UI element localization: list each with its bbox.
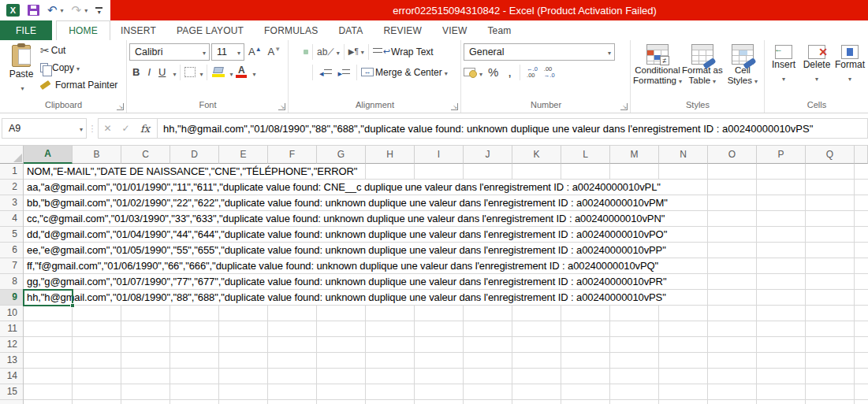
conditional-formatting-button[interactable]: ≠ ConditionalFormatting xyxy=(633,43,682,99)
fill-color-dropdown-icon[interactable] xyxy=(227,65,233,80)
font-name-combo[interactable]: Calibri xyxy=(129,43,210,61)
underline-dropdown-icon[interactable] xyxy=(170,65,176,80)
borders-icon[interactable] xyxy=(184,67,196,77)
text-direction-icon[interactable]: ▶¶ xyxy=(348,47,364,56)
insert-button[interactable]: ← Insert xyxy=(767,43,800,99)
column-header-p[interactable]: P xyxy=(757,146,806,164)
row-header-6[interactable]: 6 xyxy=(0,243,23,258)
cell-grid[interactable]: NOM,"E-MAIL","DATE DE NAISSANCE","CNE","… xyxy=(24,164,868,404)
format-painter-button[interactable]: Format Painter xyxy=(40,77,117,92)
top-align-icon[interactable] xyxy=(291,50,296,54)
paste-dropdown-icon[interactable] xyxy=(18,80,24,94)
borders-dropdown-icon[interactable] xyxy=(197,65,203,80)
tab-review[interactable]: REVIEW xyxy=(373,20,432,40)
wrap-text-button[interactable]: ↩ Wrap Text xyxy=(373,46,434,57)
copy-button[interactable]: Copy xyxy=(40,60,117,75)
column-header-l[interactable]: L xyxy=(561,146,610,164)
cell-row-8[interactable]: gg,"g@gmail.com","01/07/1990","77","677"… xyxy=(24,274,670,289)
font-color-icon[interactable]: A xyxy=(234,66,248,78)
paste-button[interactable]: Paste xyxy=(2,43,40,99)
increase-decimal-button[interactable]: ←.0.00 xyxy=(524,66,540,79)
tab-team[interactable]: Team xyxy=(477,20,521,40)
row-header-7[interactable]: 7 xyxy=(0,258,23,274)
number-dialog-launcher-icon[interactable] xyxy=(620,103,628,110)
number-format-combo[interactable]: General xyxy=(464,43,615,61)
cut-button[interactable]: ✂ Cut xyxy=(40,43,117,57)
cell-row-7[interactable]: ff,"f@gmail.com","01/06/1990","66","666"… xyxy=(24,258,662,273)
font-color-dropdown-icon[interactable] xyxy=(250,65,255,80)
column-header-c[interactable]: C xyxy=(121,146,170,164)
tab-page-layout[interactable]: PAGE LAYOUT xyxy=(166,20,254,40)
font-dialog-launcher-icon[interactable] xyxy=(278,103,285,110)
row-header-15[interactable]: 15 xyxy=(0,384,23,400)
customize-qat-icon[interactable]: ▾ xyxy=(95,7,102,14)
number-format-dropdown-icon[interactable] xyxy=(605,46,611,57)
row-header-1[interactable]: 1 xyxy=(0,164,23,180)
italic-button[interactable]: I xyxy=(144,66,154,78)
excel-logo-icon[interactable]: X xyxy=(6,4,20,17)
row-header-9[interactable]: 9 xyxy=(0,290,23,306)
bold-button[interactable]: B xyxy=(129,66,143,78)
name-box-dropdown-icon[interactable] xyxy=(77,123,83,134)
column-header-n[interactable]: N xyxy=(659,146,708,164)
row-header-13[interactable]: 13 xyxy=(0,353,23,369)
increase-indent-icon[interactable]: ▸ xyxy=(336,63,353,82)
formula-bar-grip-icon[interactable]: ⋮ xyxy=(87,118,98,139)
row-header-2[interactable]: 2 xyxy=(0,180,23,195)
column-header-b[interactable]: B xyxy=(73,146,121,164)
column-header-d[interactable]: D xyxy=(170,146,219,164)
row-header-11[interactable]: 11 xyxy=(0,321,23,337)
delete-button[interactable]: ✕ Delete xyxy=(800,43,833,99)
column-header-k[interactable]: K xyxy=(512,146,561,164)
column-header-f[interactable]: F xyxy=(268,146,317,164)
undo-icon[interactable]: ↶ xyxy=(47,5,58,16)
cell-row-6[interactable]: ee,"e@gmail.com","01/05/1990","55","655"… xyxy=(24,243,670,258)
enter-icon[interactable]: ✓ xyxy=(117,123,135,134)
row-header-5[interactable]: 5 xyxy=(0,227,23,243)
accounting-format-icon[interactable] xyxy=(464,68,475,76)
tab-file[interactable]: FILE xyxy=(0,20,52,40)
tab-data[interactable]: DATA xyxy=(328,20,373,40)
formula-input[interactable]: hh,"h@gmail.com","01/08/1990","88","688"… xyxy=(158,123,867,135)
cell-row-2[interactable]: aa,"a@gmail.com","01/01/1990","11","611"… xyxy=(24,180,665,195)
increase-font-icon[interactable]: A▲ xyxy=(246,46,264,57)
column-header-h[interactable]: H xyxy=(366,146,415,164)
column-header-a[interactable]: A xyxy=(24,146,73,164)
redo-icon[interactable]: ↷ xyxy=(72,5,82,16)
column-header-o[interactable]: O xyxy=(708,146,757,164)
column-header-j[interactable]: J xyxy=(464,146,512,164)
merge-center-button[interactable]: Merge & Center xyxy=(375,67,448,78)
redo-dropdown-icon[interactable]: ▾ xyxy=(84,7,88,14)
column-header-m[interactable]: M xyxy=(610,146,659,164)
align-left-icon[interactable] xyxy=(291,70,296,75)
column-header-e[interactable]: E xyxy=(219,146,268,164)
cell-row-5[interactable]: dd,"d@gmail.com","01/04/1990","44","644"… xyxy=(24,227,671,242)
column-header-q[interactable]: Q xyxy=(806,146,855,164)
cell-row-1[interactable]: NOM,"E-MAIL","DATE DE NAISSANCE","CNE","… xyxy=(24,164,361,179)
row-header-8[interactable]: 8 xyxy=(0,274,23,290)
font-name-dropdown-icon[interactable] xyxy=(200,46,206,57)
row-header-14[interactable]: 14 xyxy=(0,369,23,384)
orientation-icon[interactable]: ab⟋ xyxy=(317,46,340,57)
cancel-icon[interactable]: ✕ xyxy=(99,123,117,134)
row-header-10[interactable]: 10 xyxy=(0,306,23,321)
tab-home[interactable]: HOME xyxy=(56,20,110,40)
column-header-i[interactable]: I xyxy=(415,146,464,164)
tab-insert[interactable]: INSERT xyxy=(110,20,166,40)
row-header-4[interactable]: 4 xyxy=(0,211,23,227)
clipboard-dialog-launcher-icon[interactable] xyxy=(117,103,124,110)
alignment-dialog-launcher-icon[interactable] xyxy=(451,103,458,110)
save-icon[interactable] xyxy=(28,5,39,16)
format-as-table-button[interactable]: Format asTable xyxy=(682,43,723,99)
accounting-dropdown-icon[interactable] xyxy=(477,65,482,80)
underline-button[interactable]: U xyxy=(155,66,169,78)
row-header-3[interactable]: 3 xyxy=(0,195,23,211)
comma-style-button[interactable]: , xyxy=(504,69,516,76)
align-right-icon[interactable] xyxy=(304,70,308,75)
decrease-indent-icon[interactable]: ◂ xyxy=(317,63,334,82)
select-all-button[interactable] xyxy=(0,146,24,164)
fill-color-icon[interactable] xyxy=(211,67,225,77)
font-size-dropdown-icon[interactable] xyxy=(235,46,240,57)
format-dropdown-icon[interactable] xyxy=(848,70,851,84)
cell-row-4[interactable]: cc,"c@gmail.com","01/03/1990","33","633"… xyxy=(24,211,669,226)
